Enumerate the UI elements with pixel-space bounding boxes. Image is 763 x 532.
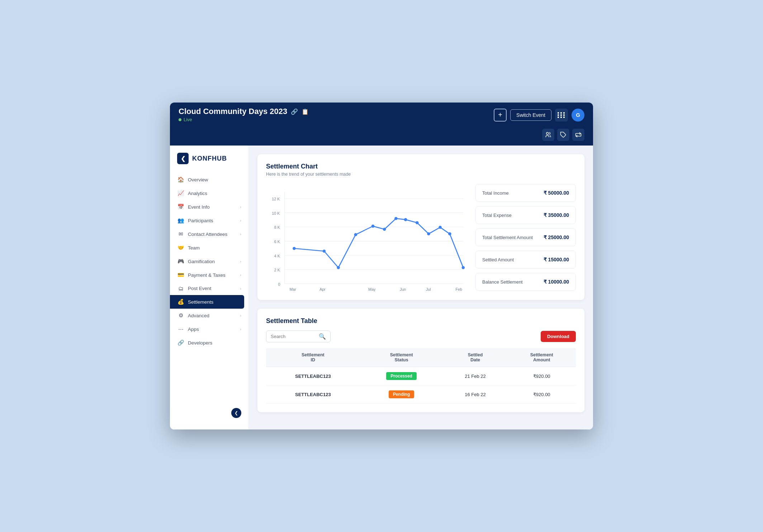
attendees-icon-button[interactable] — [542, 129, 554, 141]
svg-text:10 K: 10 K — [272, 211, 280, 215]
search-box: 🔍 — [266, 331, 331, 342]
plus-button[interactable]: + — [494, 109, 507, 122]
svg-text:2022: 2022 — [400, 291, 408, 291]
stat-label: Balance Settlement — [482, 279, 523, 285]
sidebar-item-gamification[interactable]: 🎮 Gamification › — [170, 255, 248, 268]
collapse-button[interactable]: ❮ — [231, 408, 241, 418]
stat-label: Total Expense — [482, 213, 512, 218]
sidebar-item-participants[interactable]: 👥 Participants › — [170, 214, 248, 227]
sidebar-item-event-info[interactable]: 📅 Event Info › — [170, 200, 248, 214]
status-badge: Pending — [389, 390, 414, 398]
sidebar-item-developers[interactable]: 🔗 Developers — [170, 336, 248, 350]
svg-point-28 — [439, 226, 442, 229]
settlement-table: SettlementID SettlementStatus SettledDat… — [266, 348, 576, 404]
settlement-id-cell[interactable]: SETTLEABC123 — [266, 367, 360, 385]
sidebar-item-overview[interactable]: 🏠 Overview — [170, 173, 248, 186]
svg-point-18 — [293, 247, 296, 250]
svg-point-30 — [462, 266, 465, 269]
sidebar-item-post-event[interactable]: 🗂 Post Event › — [170, 282, 248, 295]
svg-point-29 — [448, 232, 451, 236]
sidebar-item-payment-taxes[interactable]: 💳 Payment & Taxes › — [170, 268, 248, 282]
user-avatar-button[interactable]: G — [572, 109, 584, 122]
chart-stats: Total Income ₹ 50000.00 Total Expense ₹ … — [475, 184, 576, 291]
col-settlement-amount: SettlementAmount — [507, 348, 576, 367]
nav-icon-team: 🤝 — [177, 244, 184, 251]
nav-item-left: 🤝 Team — [177, 244, 200, 251]
chart-svg: 0 2 K 4 K 6 K 8 K 10 K 12 K — [266, 184, 468, 291]
stat-value: ₹ 35000.00 — [544, 212, 569, 218]
svg-point-20 — [337, 266, 340, 269]
sidebar-item-apps[interactable]: ⋯ Apps › — [170, 322, 248, 336]
nav-item-left: ⋯ Apps — [177, 326, 199, 332]
sidebar-item-settlements[interactable]: 💰 Settlements — [170, 295, 244, 309]
nav-item-left: 👥 Participants — [177, 217, 213, 224]
settlement-id-cell[interactable]: SETTLEABC123 — [266, 385, 360, 404]
date-cell: 16 Feb 22 — [443, 385, 508, 404]
nav-label-team: Team — [188, 245, 200, 251]
svg-text:2022: 2022 — [368, 291, 377, 291]
nav-icon-participants: 👥 — [177, 217, 184, 224]
svg-text:12 K: 12 K — [272, 197, 280, 201]
stat-card: Total Settlement Amount ₹ 25000.00 — [475, 228, 576, 246]
live-status-text: Live — [184, 117, 192, 122]
date-cell: 21 Feb 22 — [443, 367, 508, 385]
nav-item-left: 📅 Event Info — [177, 204, 210, 210]
sidebar-item-team[interactable]: 🤝 Team — [170, 241, 248, 255]
live-dot — [179, 118, 181, 121]
svg-text:2021: 2021 — [290, 291, 298, 291]
nav-item-left: 💳 Payment & Taxes — [177, 272, 226, 278]
stat-card: Total Expense ₹ 35000.00 — [475, 206, 576, 224]
ticket-icon-button[interactable] — [572, 129, 584, 141]
nav-label-apps: Apps — [188, 327, 199, 332]
table-row: SETTLEABC123 Pending 16 Feb 22 ₹920.00 — [266, 385, 576, 404]
switch-event-button[interactable]: Switch Event — [510, 109, 551, 121]
search-input[interactable] — [271, 334, 316, 339]
top-bar: Cloud Community Days 2023 🔗 📋 Live + Swi… — [170, 103, 593, 127]
chevron-icon-post-event: › — [240, 286, 241, 291]
svg-text:6 K: 6 K — [274, 239, 280, 244]
svg-point-0 — [546, 132, 549, 134]
svg-text:8 K: 8 K — [274, 225, 280, 229]
svg-point-19 — [323, 250, 326, 253]
svg-point-22 — [371, 225, 375, 228]
grid-menu-button[interactable] — [555, 109, 568, 122]
stat-value: ₹ 50000.00 — [544, 190, 569, 196]
nav-item-left: 🏠 Overview — [177, 176, 208, 183]
logo-area: ❮ KONFHUB — [170, 153, 248, 173]
logo-icon: ❮ — [177, 153, 189, 164]
nav-item-left: ⚙ Advanced — [177, 312, 209, 319]
amount-cell: ₹920.00 — [507, 385, 576, 404]
stat-value: ₹ 10000.00 — [544, 279, 569, 285]
stat-label: Total Income — [482, 190, 509, 196]
nav-item-left: 🎮 Gamification — [177, 258, 215, 265]
chevron-icon-participants: › — [240, 218, 241, 223]
nav-icon-gamification: 🎮 — [177, 258, 184, 265]
chevron-icon-gamification: › — [240, 259, 241, 263]
col-settlement-status: SettlementStatus — [360, 348, 443, 367]
sidebar-item-advanced[interactable]: ⚙ Advanced › — [170, 309, 248, 322]
download-button[interactable]: Download — [541, 331, 576, 342]
col-settled-date: SettledDate — [443, 348, 508, 367]
svg-text:0: 0 — [278, 282, 280, 286]
sidebar-item-analytics[interactable]: 📈 Analytics — [170, 186, 248, 200]
tag-icon-button[interactable] — [557, 129, 569, 141]
copy-icon[interactable]: 📋 — [302, 108, 309, 115]
nav-item-left: 🗂 Post Event — [177, 285, 211, 291]
nav-items: 🏠 Overview 📈 Analytics 📅 Event Info › 👥 … — [170, 173, 248, 350]
link-icon[interactable]: 🔗 — [291, 108, 298, 115]
stat-label: Total Settlement Amount — [482, 235, 533, 240]
event-title-area: Cloud Community Days 2023 🔗 📋 Live — [179, 107, 309, 123]
svg-text:2 K: 2 K — [274, 268, 280, 272]
event-title-text: Cloud Community Days 2023 — [179, 107, 287, 116]
nav-icon-event-info: 📅 — [177, 204, 184, 210]
main-layout: ❮ KONFHUB 🏠 Overview 📈 Analytics 📅 Event… — [170, 146, 593, 429]
top-bar-right: + Switch Event G — [494, 109, 584, 122]
nav-icon-payment-taxes: 💳 — [177, 272, 184, 278]
table-toolbar: 🔍 Download — [266, 331, 576, 342]
nav-label-settlements: Settlements — [188, 299, 213, 305]
svg-text:2022: 2022 — [455, 291, 464, 291]
chart-wrapper: 0 2 K 4 K 6 K 8 K 10 K 12 K — [266, 184, 468, 291]
content-area: Settlement Chart Here is the trend of yo… — [249, 146, 593, 429]
sidebar-item-contact-attendees[interactable]: ✉ Contact Attendees › — [170, 227, 248, 241]
nav-label-analytics: Analytics — [188, 191, 207, 196]
